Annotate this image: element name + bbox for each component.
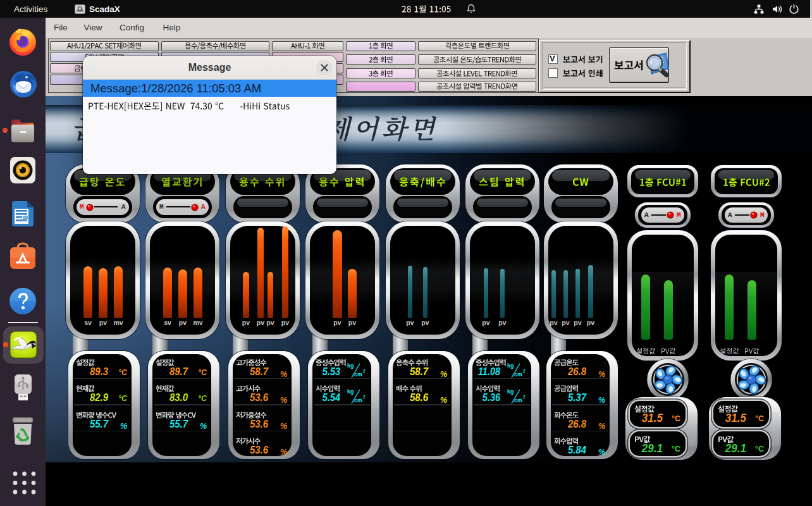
- svg-text:2: 2: [523, 395, 526, 399]
- svg-text:kg: kg: [347, 362, 354, 369]
- svg-text:2: 2: [363, 395, 366, 399]
- svg-text:2: 2: [363, 369, 366, 373]
- svg-text:kg: kg: [507, 362, 514, 369]
- svg-text:2: 2: [523, 369, 526, 373]
- svg-text:kg: kg: [347, 388, 354, 395]
- svg-text:kg: kg: [507, 388, 514, 395]
